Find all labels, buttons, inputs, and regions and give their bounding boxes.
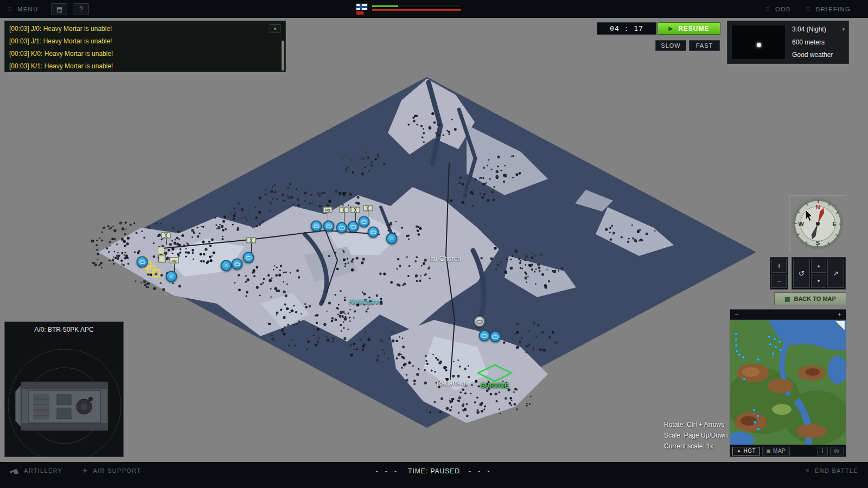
- jump-icon: ↗: [833, 269, 839, 278]
- bottom-bar: ARTILLERY ✈ AIR SUPPORT - - - TIME: PAUS…: [0, 462, 868, 488]
- objective-marker[interactable]: SURVIVE: [476, 363, 514, 383]
- minimap-unit-dot: [768, 335, 770, 338]
- artillery-label: ARTILLERY: [24, 467, 62, 474]
- minimap-unit-dot: [754, 421, 756, 423]
- log-message[interactable]: [00:03] K/1: Heavy Mortar is unable!: [9, 60, 271, 73]
- message-log-collapse-button[interactable]: ▾: [270, 24, 280, 33]
- jump-button[interactable]: ↗: [827, 259, 844, 288]
- level-down-button[interactable]: ▾: [811, 274, 826, 288]
- plane-icon: ✈: [82, 467, 88, 474]
- zoom-controls: + −: [770, 257, 788, 290]
- minimap-unit-dot: [757, 358, 760, 361]
- top-bar: ≡ MENU ▤ ? ≡ OOB ≡ BRIEFI: [0, 0, 868, 18]
- conditions-panel: 3:04 (Night) ▾ 600 meters Good weather: [727, 21, 849, 64]
- oob-label: OOB: [775, 6, 791, 12]
- map-label: MAP: [773, 448, 786, 454]
- resume-label: RESUME: [678, 25, 709, 33]
- recenter-icon: ↺: [799, 269, 805, 278]
- compass-w: W: [798, 221, 804, 227]
- minimap-unit-dot: [769, 343, 771, 345]
- compass-n: N: [815, 204, 820, 210]
- visibility-value: 600 meters: [792, 38, 825, 46]
- compass[interactable]: N E S W: [789, 195, 846, 252]
- artillery-button[interactable]: ARTILLERY: [10, 465, 62, 476]
- selected-unit-panel: A/0: BTR-50PK APC: [4, 322, 124, 457]
- minimap-unit-dot: [756, 414, 759, 417]
- strength-bars: [372, 3, 462, 11]
- briefing-button[interactable]: ≡ BRIEFING: [799, 5, 858, 13]
- moon-icon: [757, 43, 761, 47]
- minimap-unit-dot: [779, 348, 782, 351]
- info-button[interactable]: i: [818, 447, 828, 455]
- zoom-in-button[interactable]: +: [771, 259, 787, 273]
- force-status: [356, 3, 462, 15]
- view-controls: ↺ ▴ ▾ ↗: [792, 257, 846, 290]
- help-button[interactable]: ?: [73, 3, 89, 15]
- chevron-down-icon: ▾: [818, 278, 820, 284]
- compass-s: S: [816, 240, 820, 246]
- control-hints: Rotate: Ctrl + ArrowsScale: Page Up/Down…: [664, 421, 727, 453]
- close-icon: ×: [806, 467, 810, 474]
- message-log: [00:03] J/0: Heavy Mortar is unable![00:…: [4, 21, 286, 72]
- play-icon: ▶: [668, 25, 673, 31]
- resume-button[interactable]: ▶ RESUME: [658, 22, 720, 35]
- back-to-map-label: BACK TO MAP: [794, 296, 835, 302]
- grid-icon: ▦: [784, 296, 790, 303]
- clock-text: 04 : 17: [610, 24, 643, 33]
- minimap-unit-dot: [742, 356, 744, 358]
- info-icon: i: [822, 448, 824, 454]
- air-support-label: AIR SUPPORT: [93, 467, 142, 474]
- dashes-left: - - -: [375, 467, 399, 475]
- hgt-button[interactable]: ▲ HGT: [732, 447, 760, 455]
- log-message[interactable]: [00:03] J/0: Heavy Mortar is unable!: [9, 23, 271, 35]
- hotkeys-button[interactable]: ▤: [51, 3, 67, 15]
- scrollbar-thumb[interactable]: [282, 41, 284, 70]
- minimap-panel: − + ▲ HGT: [730, 309, 846, 457]
- recenter-button[interactable]: ↺: [793, 259, 810, 288]
- back-to-map-button[interactable]: ▦ BACK TO MAP: [774, 292, 846, 305]
- moon-phase-display: [731, 25, 786, 60]
- hamburger-icon: ≡: [8, 5, 12, 13]
- weather-value: Good weather: [792, 51, 833, 59]
- mission-clock: 04 : 17: [597, 22, 656, 35]
- hint-line: Scale: Page Up/Down: [664, 432, 727, 439]
- menu-button[interactable]: ≡ MENU: [0, 0, 46, 18]
- map-button[interactable]: ▦ MAP: [762, 447, 790, 455]
- log-message[interactable]: [00:03] K/0: Heavy Mortar is unable!: [9, 48, 271, 60]
- objective-diamond: [478, 365, 512, 381]
- minimap-unit-dot: [752, 408, 755, 411]
- unit-top-view: [5, 336, 124, 457]
- log-message[interactable]: [00:03] J/1: Heavy Mortar is unable!: [9, 35, 271, 48]
- enemy-strength-bar: [372, 9, 462, 11]
- game-screen: HQ╳╳╳╳╳HQ⌂⌂⌂ Iitti ChurchKirkkojärviRada…: [0, 0, 868, 488]
- message-log-scrollbar[interactable]: [282, 23, 284, 70]
- fast-button[interactable]: FAST: [689, 40, 720, 51]
- conditions-expand-button[interactable]: ▾: [839, 27, 845, 32]
- minimap-unit-dot: [773, 337, 776, 340]
- faction-flags: [356, 3, 368, 15]
- minimap-unit-dot: [778, 340, 781, 343]
- keyboard-icon: ▤: [56, 5, 62, 13]
- hint-line: Current scale: 1x: [664, 442, 727, 450]
- oob-button[interactable]: ≡ OOB: [758, 5, 799, 13]
- enemy-flag-icon: [356, 11, 364, 15]
- minimap-zoom-out[interactable]: −: [735, 311, 738, 318]
- target-icon: ◎: [834, 448, 839, 454]
- briefing-label: BRIEFING: [816, 6, 851, 12]
- minimap-view[interactable]: [730, 320, 846, 445]
- follow-button[interactable]: ◎: [830, 447, 844, 455]
- message-log-list: [00:03] J/0: Heavy Mortar is unable![00:…: [5, 21, 285, 73]
- menu-label: MENU: [17, 6, 38, 12]
- end-battle-button[interactable]: × END BATTLE: [806, 465, 858, 476]
- level-up-button[interactable]: ▴: [811, 259, 826, 273]
- zoom-out-button[interactable]: −: [771, 274, 787, 288]
- air-support-button[interactable]: ✈ AIR SUPPORT: [82, 465, 141, 476]
- time-status-label: TIME: PAUSED: [408, 467, 460, 475]
- grid-icon: ▦: [767, 448, 771, 453]
- help-label: ?: [79, 5, 83, 13]
- mouse-cursor: [805, 209, 814, 222]
- minimap-unit-dot: [774, 345, 777, 348]
- friendly-strength-bar: [372, 5, 462, 8]
- slow-button[interactable]: SLOW: [655, 40, 686, 51]
- minimap-zoom-in[interactable]: +: [838, 311, 841, 318]
